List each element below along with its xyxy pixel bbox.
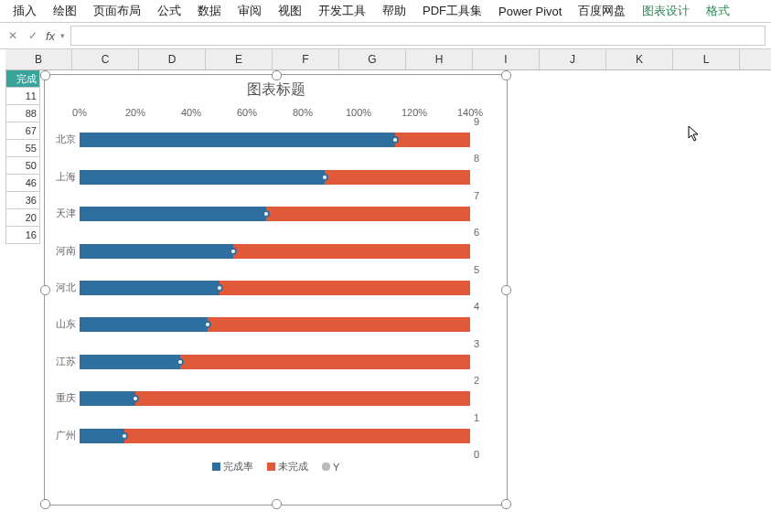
table-cell[interactable]: 36 xyxy=(5,192,40,209)
y2-tick: 0 xyxy=(474,449,501,460)
col-D[interactable]: D xyxy=(139,49,206,69)
bar-segment-incomplete[interactable] xyxy=(180,355,470,369)
bar-segment-complete[interactable] xyxy=(80,429,124,443)
bar-segment-complete[interactable] xyxy=(80,281,220,295)
legend-item[interactable]: 未完成 xyxy=(267,460,308,473)
x-tick: 0% xyxy=(72,107,87,118)
chevron-down-icon[interactable]: ▾ xyxy=(60,31,65,40)
bar-segment-incomplete[interactable] xyxy=(325,170,470,185)
tab-chartdesign[interactable]: 图表设计 xyxy=(642,3,690,19)
col-L[interactable]: L xyxy=(673,49,740,69)
bar-segment-incomplete[interactable] xyxy=(395,133,470,147)
legend-label: 未完成 xyxy=(278,460,308,473)
row-cells: 完成 11 88 67 55 50 46 36 20 16 xyxy=(5,70,40,244)
bar-segment-complete[interactable] xyxy=(80,244,233,259)
table-cell[interactable]: 50 xyxy=(5,157,40,175)
y2-tick: 3 xyxy=(474,338,501,349)
tab-powerpivot[interactable]: Power Pivot xyxy=(498,5,562,18)
tab-review[interactable]: 审阅 xyxy=(238,3,262,19)
col-I[interactable]: I xyxy=(473,49,540,69)
y-marker[interactable] xyxy=(391,136,399,144)
bar-row[interactable]: 河北 xyxy=(80,281,470,295)
bar-segment-incomplete[interactable] xyxy=(124,429,470,443)
y2-tick: 6 xyxy=(474,227,501,238)
resize-handle[interactable] xyxy=(272,70,282,80)
bar-segment-incomplete[interactable] xyxy=(266,207,470,221)
tab-insert[interactable]: 插入 xyxy=(13,3,37,19)
legend-item[interactable]: 完成率 xyxy=(212,460,253,473)
tab-pagelayout[interactable]: 页面布局 xyxy=(93,3,141,19)
col-C[interactable]: C xyxy=(72,49,139,69)
tab-pdf[interactable]: PDF工具集 xyxy=(423,3,482,19)
col-K[interactable]: K xyxy=(606,49,673,69)
bar-segment-complete[interactable] xyxy=(80,170,325,185)
col-E[interactable]: E xyxy=(206,49,273,69)
y-marker[interactable] xyxy=(216,284,223,292)
chart-object[interactable]: 图表标题 0%20%40%60%80%100%120%140% 北京上海天津河南… xyxy=(44,74,508,505)
y-marker[interactable] xyxy=(177,358,184,366)
resize-handle[interactable] xyxy=(272,499,282,509)
bar-row[interactable]: 上海 xyxy=(80,170,470,185)
resize-handle[interactable] xyxy=(501,70,511,80)
col-F[interactable]: F xyxy=(273,49,339,69)
tab-data[interactable]: 数据 xyxy=(198,3,221,19)
tab-format[interactable]: 格式 xyxy=(706,3,730,19)
cancel-icon[interactable]: ✕ xyxy=(5,28,20,43)
col-H[interactable]: H xyxy=(406,49,473,69)
legend-item[interactable]: Y xyxy=(322,462,339,473)
bar-segment-complete[interactable] xyxy=(80,207,266,221)
category-label: 上海 xyxy=(47,170,76,184)
table-cell[interactable]: 46 xyxy=(5,175,40,192)
legend-swatch xyxy=(267,463,275,471)
resize-handle[interactable] xyxy=(40,499,50,509)
tab-view[interactable]: 视图 xyxy=(278,3,302,19)
bar-row[interactable]: 江苏 xyxy=(80,355,470,369)
col-J[interactable]: J xyxy=(540,49,606,69)
bar-row[interactable]: 广州 xyxy=(80,429,470,443)
bar-segment-incomplete[interactable] xyxy=(208,317,470,332)
resize-handle[interactable] xyxy=(501,499,511,509)
tab-formulas[interactable]: 公式 xyxy=(157,3,181,19)
y-marker[interactable] xyxy=(121,432,128,440)
bar-segment-incomplete[interactable] xyxy=(135,391,470,406)
bar-segment-complete[interactable] xyxy=(80,391,135,406)
category-label: 山东 xyxy=(47,317,76,331)
y2-tick: 4 xyxy=(474,301,501,312)
bar-segment-incomplete[interactable] xyxy=(233,244,470,259)
y2-tick: 2 xyxy=(474,375,501,386)
tab-draw[interactable]: 绘图 xyxy=(53,3,77,19)
legend[interactable]: 完成率 未完成 Y xyxy=(45,454,507,473)
plot-area[interactable]: 0%20%40%60%80%100%120%140% 北京上海天津河南河北山东江… xyxy=(80,107,470,454)
table-cell[interactable]: 16 xyxy=(5,227,40,244)
bar-segment-complete[interactable] xyxy=(80,355,180,369)
table-cell[interactable]: 88 xyxy=(5,105,40,122)
bar-row[interactable]: 北京 xyxy=(80,133,470,147)
table-cell[interactable]: 11 xyxy=(5,88,40,105)
cursor-icon xyxy=(688,125,704,142)
formula-input[interactable] xyxy=(70,26,766,46)
bar-row[interactable]: 河南 xyxy=(80,244,470,259)
y2-tick: 9 xyxy=(474,116,501,127)
table-header-cell[interactable]: 完成 xyxy=(5,70,40,88)
resize-handle[interactable] xyxy=(40,70,50,80)
y2-tick: 1 xyxy=(474,412,501,423)
confirm-icon[interactable]: ✓ xyxy=(26,28,40,43)
bar-segment-complete[interactable] xyxy=(80,317,208,332)
fx-label[interactable]: fx xyxy=(46,29,55,43)
table-cell[interactable]: 20 xyxy=(5,209,40,227)
tab-baidu[interactable]: 百度网盘 xyxy=(578,3,626,19)
tab-help[interactable]: 帮助 xyxy=(382,3,406,19)
bar-row[interactable]: 重庆 xyxy=(80,391,470,406)
col-G[interactable]: G xyxy=(339,49,406,69)
table-cell[interactable]: 67 xyxy=(5,122,40,140)
bar-segment-incomplete[interactable] xyxy=(220,281,471,295)
tab-dev[interactable]: 开发工具 xyxy=(318,3,366,19)
bar-segment-complete[interactable] xyxy=(80,133,395,147)
bar-row[interactable]: 天津 xyxy=(80,207,470,221)
bar-row[interactable]: 山东 xyxy=(80,317,470,332)
y-marker[interactable] xyxy=(230,248,237,255)
worksheet[interactable]: 完成 11 88 67 55 50 46 36 20 16 图表标题 0%20%… xyxy=(0,70,771,532)
table-cell[interactable]: 55 xyxy=(5,140,40,157)
col-B[interactable]: B xyxy=(5,49,72,69)
resize-handle[interactable] xyxy=(501,285,511,295)
